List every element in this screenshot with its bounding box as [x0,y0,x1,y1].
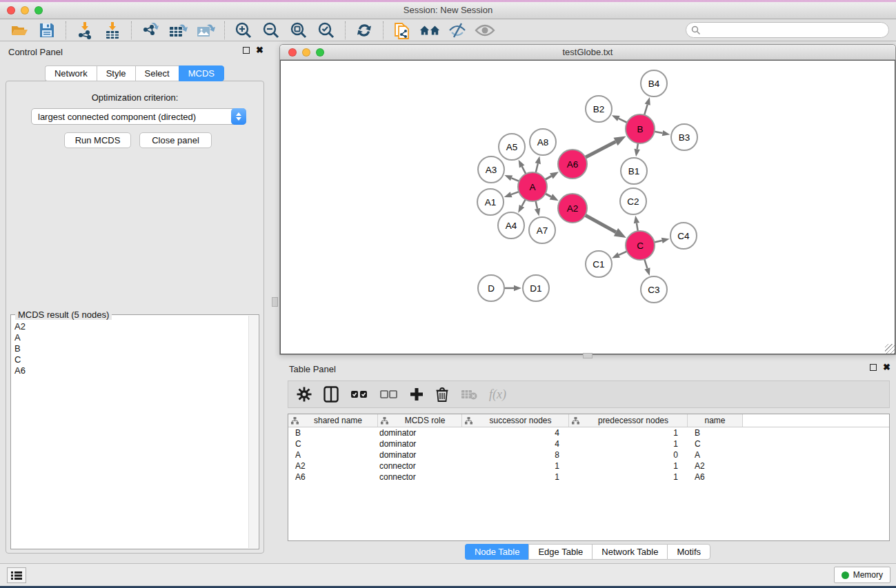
refresh-layout-icon[interactable] [354,21,375,40]
network-window-titlebar[interactable]: testGlobe.txt [280,45,895,60]
table-tabs: Node TableEdge TableNetwork TableMotifs [279,544,896,560]
open-folder-icon[interactable] [9,21,30,40]
table-cell: 4 [462,428,569,438]
dropdown-stepper-icon [231,108,246,125]
close-panel-icon[interactable]: ✖ [256,47,263,54]
toolbar-separator [66,21,66,39]
memory-button[interactable]: Memory [834,567,890,583]
node-table[interactable]: shared nameMCDS rolesuccessor nodesprede… [288,414,890,541]
deselect-all-icon[interactable] [380,390,398,398]
export-image-icon[interactable] [195,21,216,40]
gear-icon[interactable] [297,387,312,402]
result-item[interactable]: A6 [12,365,248,376]
network-canvas[interactable]: B4B2BB3A5A8A6B1A3AC2A1A2A4A7C4CC1C3DD1 [280,60,895,354]
status-bar: Memory [0,563,896,586]
clone-network-icon[interactable] [392,21,412,40]
result-item[interactable]: A2 [12,321,248,332]
table-row[interactable]: Cdominator41C [288,438,889,449]
control-panel-header: Control Panel ✖ [0,43,269,61]
column-view-icon[interactable] [323,386,339,403]
search-input[interactable] [701,23,888,37]
node-label-B2: B2 [593,104,605,114]
table-row[interactable]: Adominator80A [288,449,889,460]
select-all-icon[interactable] [350,390,368,398]
column-header-name[interactable]: name [688,414,743,427]
table-body[interactable]: Bdominator41BCdominator41CAdominator80AA… [288,427,889,483]
node-label-A6: A6 [567,159,579,170]
network-graph[interactable]: B4B2BB3A5A8A6B1A3AC2A1A2A4A7C4CC1C3DD1 [281,61,895,354]
split-divider-handle[interactable] [583,353,593,358]
node-label-A: A [529,182,535,192]
show-all-views-icon[interactable] [419,21,440,40]
column-header-shared-name[interactable]: shared name [288,414,378,427]
resize-grip-icon[interactable] [885,344,895,354]
arrowhead-icon [504,192,512,197]
tab-style[interactable]: Style [97,65,135,81]
eye-icon[interactable] [475,21,495,40]
import-table-icon[interactable] [102,21,123,40]
import-network-icon[interactable] [74,21,95,40]
zoom-out-icon[interactable] [261,21,281,40]
save-icon[interactable] [37,21,57,40]
table-row[interactable]: A6connector11A6 [288,472,889,483]
column-header-MCDS-role[interactable]: MCDS role [378,414,462,427]
table-cell: connector [378,461,462,471]
export-table-icon[interactable] [168,21,188,40]
search-field[interactable] [686,22,889,38]
network-view-window[interactable]: testGlobe.txt B4B2BB3A5A8A6B1A3AC2A1A2A4… [279,44,896,355]
result-item[interactable]: B [12,343,248,354]
table-tab-node-table[interactable]: Node Table [465,544,529,560]
node-label-B: B [637,124,643,134]
table-cell: C [688,439,743,449]
node-label-A3: A3 [486,165,497,175]
node-label-B4: B4 [648,79,660,89]
close-panel-button[interactable]: Close panel [139,132,212,148]
float-panel-icon[interactable] [870,364,877,371]
tab-network[interactable]: Network [45,65,97,81]
column-header-successor-nodes[interactable]: successor nodes [462,414,569,427]
hierarchy-icon [381,417,388,425]
column-header-label: successor nodes [472,416,568,425]
hide-panel-icon[interactable] [447,21,468,40]
trash-icon[interactable] [435,387,449,403]
memory-status-icon [842,571,849,579]
export-network-icon[interactable] [140,21,161,40]
zoom-selected-icon[interactable] [316,21,337,40]
arrowhead-icon [634,216,639,224]
table-cell: dominator [378,439,462,449]
arrowhead-icon [661,238,670,243]
table-tab-motifs[interactable]: Motifs [667,544,710,560]
table-tab-edge-table[interactable]: Edge Table [528,544,592,560]
table-row[interactable]: Bdominator41B [288,427,889,438]
tab-mcds[interactable]: MCDS [179,65,224,81]
arrowhead-icon [644,267,650,276]
close-panel-icon[interactable]: ✖ [883,364,890,371]
node-label-A1: A1 [485,197,497,207]
tab-select[interactable]: Select [135,65,179,81]
arrowhead-icon [645,97,650,105]
table-cell: 1 [569,428,688,438]
node-label-C: C [637,241,644,251]
node-label-B3: B3 [679,132,690,143]
task-history-button[interactable] [7,567,26,583]
zoom-fit-icon[interactable] [288,21,309,40]
result-item[interactable]: C [12,354,248,365]
function-builder-icon[interactable]: f(x) [489,387,506,402]
column-header-label: name [688,416,742,425]
split-divider-handle[interactable] [272,297,278,307]
add-icon[interactable] [410,387,424,401]
table-row[interactable]: A2connector11A2 [288,460,889,472]
float-panel-icon[interactable] [243,47,250,54]
delete-table-icon[interactable] [461,389,477,400]
result-scrollbar[interactable] [248,316,258,548]
result-item[interactable]: A [12,332,248,343]
column-header-predecessor-nodes[interactable]: predecessor nodes [569,414,688,427]
mcds-result-title: MCDS result (5 nodes) [15,310,112,320]
criterion-dropdown[interactable]: largest connected component (directed) [31,108,246,125]
app-titlebar[interactable]: Session: New Session [0,2,896,19]
run-mcds-button[interactable]: Run MCDS [64,132,131,148]
table-tab-network-table[interactable]: Network Table [592,544,667,560]
mcds-result-list[interactable]: A2ABCA6 [12,321,248,548]
zoom-in-icon[interactable] [233,21,254,40]
arrowhead-icon [518,205,524,213]
